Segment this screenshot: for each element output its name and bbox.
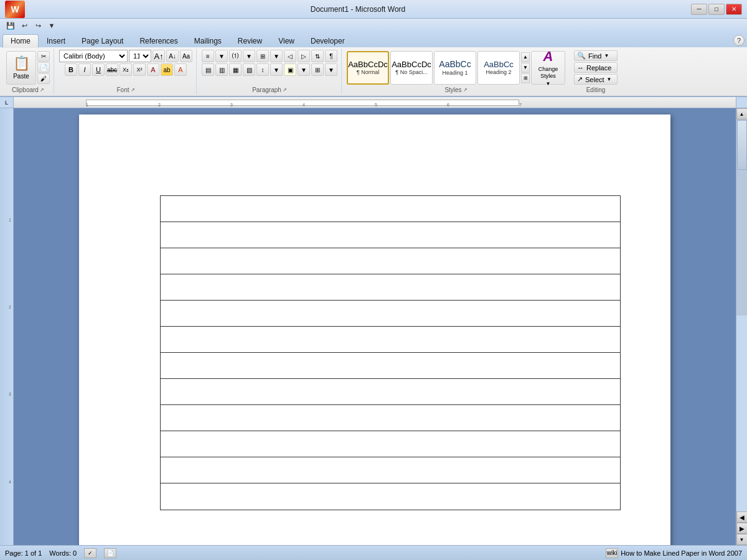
spell-check-icon[interactable]: ✓ [84, 548, 96, 558]
style-no-spacing-label: ¶ No Spaci... [395, 69, 427, 75]
increase-font-size-button[interactable]: A↑ [153, 50, 165, 62]
shading-dropdown[interactable]: ▼ [298, 63, 310, 76]
paragraph-bottom-row: ▤ ▥ ▦ ▧ ↕ ▼ ▣ ▼ ⊞ ▼ [202, 63, 337, 76]
vertical-ruler: 1 2 3 4 [0, 108, 14, 545]
font-color-button[interactable]: A [147, 63, 159, 76]
find-button[interactable]: 🔍 Find ▼ [574, 50, 618, 61]
borders-dropdown[interactable]: ▼ [325, 63, 337, 76]
numbering-button[interactable]: ⑴ [229, 50, 242, 62]
scroll-down-button[interactable]: ▼ [736, 534, 748, 545]
multilevel-list-button[interactable]: ⊞ [256, 50, 269, 62]
main-area: 1 2 3 4 ▲ [0, 108, 747, 545]
format-painter-button[interactable]: 🖌 [37, 73, 50, 84]
ribbon-group-font: Calibri (Body) 11 A↑ A↓ Aa B I U abc X₂ … [55, 49, 197, 95]
select-button[interactable]: ↗ Select ▼ [574, 74, 618, 85]
redo-icon[interactable]: ↪ [32, 20, 44, 31]
vertical-scrollbar[interactable]: ▲ ◀ ▶ ▼ [736, 108, 747, 545]
scroll-next-page-button[interactable]: ▶ [736, 523, 748, 534]
borders-button[interactable]: ⊞ [311, 63, 324, 76]
status-bar-right: wiki How to Make Lined Paper in Word 200… [606, 548, 742, 558]
font-name-dropdown[interactable]: Calibri (Body) [59, 50, 128, 62]
text-effects-button[interactable]: A [174, 63, 187, 76]
highlight-button[interactable]: ab [161, 63, 173, 76]
justify-button[interactable]: ▧ [243, 63, 255, 76]
minimize-button[interactable]: ─ [691, 4, 707, 15]
bullets-dropdown-button[interactable]: ▼ [215, 50, 228, 62]
numbering-dropdown-button[interactable]: ▼ [243, 50, 255, 62]
table-row [161, 457, 620, 483]
maximize-button[interactable]: □ [708, 4, 725, 15]
align-center-button[interactable]: ▥ [215, 63, 228, 76]
styles-scroll-up-button[interactable]: ▲ [521, 52, 530, 62]
tab-page-layout[interactable]: Page Layout [73, 34, 131, 47]
bold-button[interactable]: B [65, 63, 77, 76]
office-logo[interactable]: W [5, 1, 25, 18]
tab-references[interactable]: References [131, 34, 186, 47]
styles-expand-icon[interactable]: ↗ [463, 87, 467, 93]
show-paragraph-button[interactable]: ¶ [325, 50, 337, 62]
clipboard-expand-icon[interactable]: ↗ [40, 87, 44, 93]
underline-button[interactable]: U [92, 63, 105, 76]
save-icon[interactable]: 💾 [5, 20, 16, 31]
vruler-mark-4: 4 [0, 480, 13, 484]
align-left-button[interactable]: ▤ [202, 63, 214, 76]
ruler-corner[interactable]: L [0, 97, 14, 108]
replace-button[interactable]: ↔ Replace [574, 62, 618, 73]
styles-more-button[interactable]: ⊞ [521, 73, 530, 83]
font-size-dropdown[interactable]: 11 [129, 50, 151, 62]
align-right-button[interactable]: ▦ [229, 63, 242, 76]
decrease-font-size-button[interactable]: A↓ [166, 50, 179, 62]
style-normal[interactable]: AaBbCcDc ¶ Normal [347, 51, 389, 85]
toolbar-dropdown-icon[interactable]: ▼ [46, 20, 57, 31]
document-area[interactable] [14, 108, 736, 545]
styles-content: AaBbCcDc ¶ Normal AaBbCcDc ¶ No Spaci...… [347, 50, 565, 85]
line-spacing-dropdown[interactable]: ▼ [270, 63, 283, 76]
cut-button[interactable]: ✂ [37, 51, 50, 62]
help-icon[interactable]: ? [733, 35, 745, 46]
subscript-button[interactable]: X₂ [120, 63, 132, 76]
sort-button[interactable]: ⇅ [311, 50, 324, 62]
tab-insert[interactable]: Insert [39, 34, 73, 47]
window-controls: ─ □ ✕ [691, 4, 742, 15]
style-no-spacing[interactable]: AaBbCcDc ¶ No Spaci... [390, 51, 433, 85]
paste-button[interactable]: 📋 Paste [6, 51, 36, 85]
decrease-indent-button[interactable]: ◁ [284, 50, 296, 62]
style-heading1[interactable]: AaBbCc Heading 1 [434, 51, 476, 85]
scroll-prev-page-button[interactable]: ◀ [736, 511, 748, 523]
change-styles-button[interactable]: A Change Styles ▼ [531, 51, 565, 85]
taskbar-word-icon[interactable]: wiki [606, 548, 618, 558]
scroll-track[interactable] [736, 119, 747, 315]
superscript-button[interactable]: X² [133, 63, 146, 76]
copy-button[interactable]: 📄 [37, 62, 50, 73]
horizontal-ruler[interactable]: 1 2 3 4 5 6 7 [14, 97, 736, 108]
tab-mailings[interactable]: Mailings [186, 34, 230, 47]
strikethrough-button[interactable]: abc [106, 63, 118, 76]
font-label: Font ↗ [116, 85, 134, 93]
scroll-thumb[interactable] [737, 120, 747, 170]
multilevel-dropdown-button[interactable]: ▼ [270, 50, 283, 62]
increase-indent-button[interactable]: ▷ [298, 50, 310, 62]
style-heading2[interactable]: AaBbCc Heading 2 [477, 51, 520, 85]
table-row [161, 431, 620, 457]
lined-paper-table [160, 195, 621, 510]
vruler-mark-3: 3 [0, 392, 13, 396]
clear-format-button[interactable]: Aa [180, 50, 192, 62]
tab-home[interactable]: Home [2, 34, 39, 48]
find-label: Find [588, 52, 601, 60]
tab-review[interactable]: Review [230, 34, 270, 47]
undo-icon[interactable]: ↩ [19, 20, 30, 31]
paragraph-expand-icon[interactable]: ↗ [283, 87, 287, 93]
shading-button[interactable]: ▣ [284, 63, 296, 76]
bullets-button[interactable]: ≡ [202, 50, 214, 62]
font-bottom-row: B I U abc X₂ X² A ab A [65, 63, 187, 76]
italic-button[interactable]: I [78, 63, 91, 76]
tab-view[interactable]: View [270, 34, 303, 47]
table-row [161, 353, 620, 379]
tab-developer[interactable]: Developer [303, 34, 353, 47]
close-button[interactable]: ✕ [726, 4, 742, 15]
line-spacing-button[interactable]: ↕ [256, 63, 269, 76]
document-view-icon[interactable]: 📄 [104, 548, 116, 558]
font-expand-icon[interactable]: ↗ [131, 87, 135, 93]
styles-scroll-down-button[interactable]: ▼ [521, 63, 530, 73]
scroll-up-button[interactable]: ▲ [736, 108, 748, 119]
